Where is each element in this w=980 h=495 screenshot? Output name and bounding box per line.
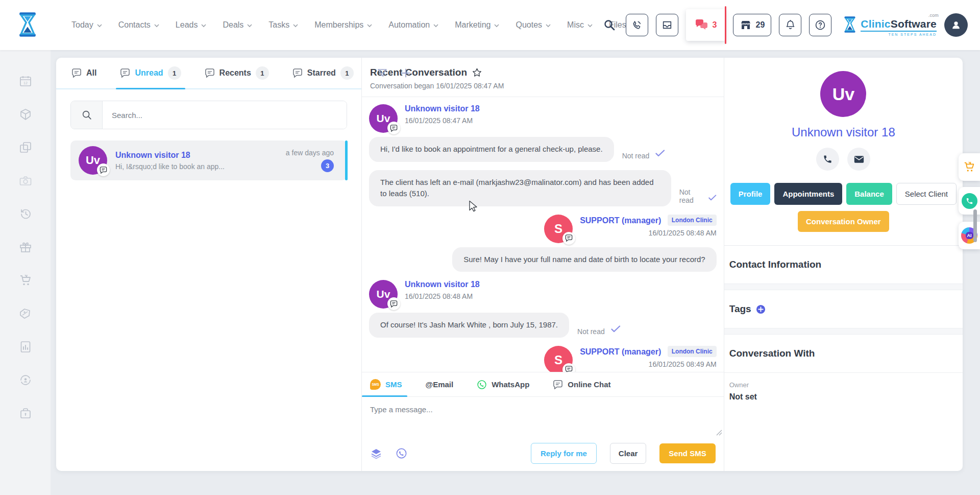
inbox-button[interactable] [656,14,678,36]
select-client-button[interactable]: Select Client [896,183,957,205]
contact-name[interactable]: Unknown visitor 18 [792,125,895,139]
filter-icon[interactable] [377,68,387,78]
clinic-chip: London Clinic [668,346,717,357]
conversation-owner-button[interactable]: Conversation Owner [798,211,889,232]
star-icon[interactable] [472,68,482,77]
conversation-subtitle: Conversation began 16/01/2025 08:47 AM [370,82,716,90]
nav-deals[interactable]: Deals [223,20,252,30]
conversation-header: Recent Conversation Conversation began 1… [362,58,724,97]
message-status: Not read [622,152,650,160]
price-tags-icon[interactable] [19,307,32,320]
channel-sms[interactable]: SMS SMS [370,372,402,396]
phone-calls-button[interactable] [626,14,648,36]
chat-notifications-button[interactable]: 3 [686,9,725,41]
profile-button[interactable]: Profile [730,183,771,205]
conversation-list-panel: All Unread 1 Recents 1 Starred 1 [56,58,362,471]
message-sender[interactable]: Unknown visitor 18 [405,280,480,289]
help-button[interactable] [809,14,831,36]
whatsapp-template-icon[interactable] [396,447,407,459]
nav-automation[interactable]: Automation [388,20,438,30]
search-icon [71,101,103,129]
chat-unread-count: 3 [713,20,717,30]
cart-icon[interactable] [19,274,32,287]
copy-icon[interactable] [19,141,32,154]
history-icon[interactable] [19,207,32,221]
page-scrollbar[interactable] [973,209,977,242]
app-logo-hourglass-icon[interactable] [16,11,39,38]
left-icon-rail: 12 [0,50,51,495]
search-icon[interactable] [601,16,618,34]
message-input[interactable] [362,397,724,437]
comment-icon [292,68,303,78]
cart-icon [963,161,975,173]
user-sync-icon[interactable] [19,373,32,387]
agent-avatar: S [544,215,573,243]
message-header: S SUPPORT (manager) London Clinic 16/01/… [369,346,717,372]
thread-unread-badge: 3 [321,159,334,172]
send-sms-button[interactable]: Send SMS [659,443,715,463]
nav-today[interactable]: Today [71,20,102,30]
thread-selected-indicator [345,140,348,180]
thread-preview: Hi, I&rsquo;d like to book an app... [115,162,225,171]
nav-misc[interactable]: Misc [567,20,593,30]
search-input[interactable] [103,101,347,129]
message-header: Uv Unknown visitor 18 16/01/2025 08:48 A… [369,280,717,309]
message-bubble: Sure! May I have your full name and date… [452,247,717,272]
contact-avatar: Uv [820,71,866,117]
nav-marketing[interactable]: Marketing [455,20,499,30]
tab-starred[interactable]: Starred 1 [292,58,354,88]
brand-logo[interactable]: ClinicSoftware.com TEN STEPS AHEAD [842,14,937,36]
lock-case-icon[interactable] [19,407,32,420]
tab-all[interactable]: All [71,58,96,88]
package-icon[interactable] [19,108,32,121]
gift-icon[interactable] [19,241,32,254]
comment-icon [120,68,130,78]
owner-block: Owner Not set [724,373,963,410]
thread-list-item[interactable]: Uv Unknown visitor 18 Hi, I&rsquo;d like… [70,140,347,180]
chevron-down-icon [97,24,102,28]
call-contact-button[interactable] [816,148,839,171]
resize-grip-icon[interactable] [716,430,722,436]
user-avatar[interactable] [944,13,968,37]
message-sender[interactable]: SUPPORT (manager) [580,347,661,356]
nav-leads[interactable]: Leads [176,20,207,30]
camera-icon[interactable] [19,174,32,187]
tab-count: 1 [340,66,354,80]
tab-recents[interactable]: Recents 1 [205,58,269,88]
store-button[interactable]: 29 [733,14,772,36]
notifications-bell-button[interactable] [779,14,801,36]
message-status: Not read [577,327,605,336]
thread-time: a few days ago [286,149,334,157]
nav-quotes[interactable]: Quotes [516,20,551,30]
chat-bubbles-icon [694,19,708,31]
section-contact-information: Contact Information [724,246,963,284]
channel-onlinechat[interactable]: Online Chat [553,372,610,396]
basket-widget-button[interactable] [959,153,980,181]
message-sender[interactable]: Unknown visitor 18 [405,104,480,113]
calendar-icon[interactable]: 12 [19,75,32,88]
chevron-down-icon [367,24,372,28]
nav-memberships[interactable]: Memberships [314,20,372,30]
chat-channel-badge-icon [387,297,400,310]
nav-contacts[interactable]: Contacts [118,20,159,30]
channel-whatsapp[interactable]: WhatsApp [477,372,529,396]
reply-for-me-button[interactable]: Reply for me [531,443,597,464]
report-chart-icon[interactable] [19,340,32,353]
message-sender[interactable]: SUPPORT (manager) [580,216,661,225]
tab-unread[interactable]: Unread 1 [120,58,181,88]
comment-icon [553,380,563,389]
add-conversation-icon[interactable] [401,68,411,78]
check-icon [655,150,665,157]
templates-layers-icon[interactable] [370,447,382,460]
appointments-button[interactable]: Appointments [774,183,842,205]
add-tag-icon[interactable] [756,304,766,314]
nav-tasks[interactable]: Tasks [268,20,298,30]
clear-button[interactable]: Clear [610,443,647,464]
brand-hourglass-icon [842,14,857,35]
chat-active-indicator [725,6,726,44]
channel-email[interactable]: @Email [426,372,454,396]
email-contact-button[interactable] [847,148,870,171]
list-tabs: All Unread 1 Recents 1 Starred 1 [56,58,361,89]
balance-button[interactable]: Balance [846,183,892,205]
main-nav: Today Contacts Leads Deals Tasks Members… [71,20,626,30]
